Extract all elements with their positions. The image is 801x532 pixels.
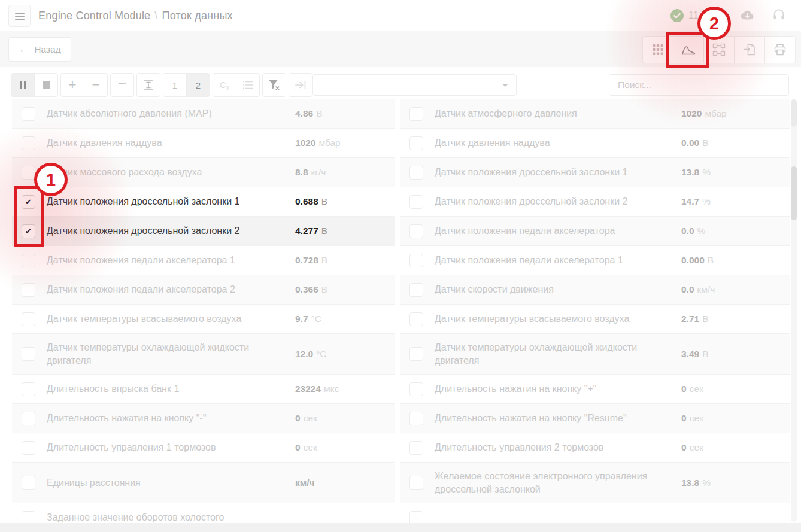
zoom-in-button[interactable]: + xyxy=(60,73,84,97)
menu-button[interactable] xyxy=(8,5,31,27)
cloud-download-icon[interactable] xyxy=(739,8,756,22)
table-row[interactable]: Длительность управления 2 тормозов0сек xyxy=(400,433,790,463)
row-checkbox[interactable] xyxy=(22,283,35,297)
table-row[interactable]: Датчик массового расхода воздуха8.8кг/ч xyxy=(12,158,395,187)
parameter-label: Датчик температуры охлаждающей жидкости … xyxy=(47,341,295,367)
layout-2-button[interactable]: 2 xyxy=(186,73,210,97)
back-button[interactable]: ← Назад xyxy=(8,37,71,62)
parameter-value: 8.8кг/ч xyxy=(295,167,395,178)
frame-select-button[interactable] xyxy=(703,36,735,63)
table-row[interactable]: Датчик положения дроссельной заслонки 11… xyxy=(400,158,790,187)
skip-to-end-icon xyxy=(295,80,307,90)
table-row[interactable]: Датчик скорости движения0.0км/ч xyxy=(400,275,790,305)
row-checkbox[interactable] xyxy=(22,107,35,121)
row-checkbox[interactable] xyxy=(409,412,423,425)
row-checkbox[interactable] xyxy=(409,224,423,238)
row-checkbox[interactable] xyxy=(22,441,35,455)
table-row[interactable]: Заданное значение оборотов холостого xyxy=(12,503,395,523)
table-row[interactable]: Датчик абсолютного давления (MAP)4.86В xyxy=(12,99,395,129)
row-checkbox[interactable] xyxy=(409,107,423,121)
list-button[interactable] xyxy=(236,73,260,97)
chart-view-button[interactable] xyxy=(673,36,704,63)
row-checkbox[interactable] xyxy=(22,254,35,267)
parameter-value: 0.000В xyxy=(681,255,790,266)
search-input[interactable] xyxy=(609,74,789,96)
filter-clear-button[interactable] xyxy=(262,73,286,97)
row-checkbox[interactable] xyxy=(409,195,423,209)
parameter-label: Датчик скорости движения xyxy=(435,283,681,296)
parameter-value: 0сек xyxy=(681,384,790,394)
skip-to-end-button[interactable] xyxy=(289,73,312,97)
zoom-group: + − xyxy=(60,73,108,97)
parameter-label: Датчик положения дроссельной заслонки 2 xyxy=(47,224,295,238)
parameter-group-select[interactable] xyxy=(312,74,517,96)
row-checkbox[interactable] xyxy=(22,136,35,150)
table-row[interactable] xyxy=(400,503,790,523)
vertical-range-button[interactable] xyxy=(136,73,160,97)
list-icon xyxy=(242,80,253,90)
row-checkbox[interactable] xyxy=(22,347,35,361)
row-checkbox[interactable] xyxy=(409,476,423,490)
table-row[interactable]: Длительность нажатия на кнопку "-"0сек xyxy=(12,404,395,433)
scrollbar-thumb[interactable] xyxy=(791,166,797,220)
table-row[interactable]: Датчик температуры всасываемого воздуха2… xyxy=(400,305,790,334)
row-checkbox[interactable] xyxy=(409,136,423,150)
table-row[interactable]: Датчик положения педали акселератора0.0% xyxy=(400,217,790,246)
scrollbar-segment xyxy=(791,99,797,127)
row-checkbox[interactable] xyxy=(22,382,35,396)
layout-1-button[interactable]: 1 xyxy=(163,73,187,97)
clear-selection-button[interactable]: Cx xyxy=(213,73,236,97)
table-row[interactable]: Датчик положения педали акселератора 10.… xyxy=(400,246,790,275)
parameter-value: 4.86В xyxy=(295,108,395,119)
breadcrumb: Engine Control Module \ Поток данных xyxy=(38,0,233,31)
table-row[interactable]: Датчик температуры охлаждающей жидкости … xyxy=(400,334,790,375)
row-checkbox[interactable] xyxy=(409,283,423,297)
table-row[interactable]: Длительность управления 1 тормозов0сек xyxy=(12,433,395,463)
table-row[interactable]: Датчик давления наддува1020мбар xyxy=(12,129,395,158)
table-row[interactable]: Единицы расстояниякм/ч xyxy=(12,463,395,503)
filter-clear-icon xyxy=(268,80,280,91)
table-row[interactable]: ✔Датчик положения дроссельной заслонки 1… xyxy=(12,187,395,217)
zoom-out-button[interactable]: − xyxy=(84,73,108,97)
grid-view-button[interactable] xyxy=(642,36,673,63)
row-checkbox[interactable] xyxy=(409,312,423,326)
parameter-label: Датчик давления наддува xyxy=(435,136,681,150)
parameter-label: Датчик атмосферного давления xyxy=(435,107,681,120)
pause-button[interactable] xyxy=(11,73,35,97)
row-checkbox[interactable]: ✔ xyxy=(22,224,35,238)
row-checkbox[interactable] xyxy=(22,312,35,326)
table-row[interactable]: ✔Датчик положения дроссельной заслонки 2… xyxy=(12,217,395,246)
row-checkbox[interactable] xyxy=(409,254,423,267)
vertical-scrollbar xyxy=(791,99,797,522)
table-row[interactable]: Датчик температуры охлаждающей жидкости … xyxy=(12,334,395,375)
row-checkbox[interactable] xyxy=(22,412,35,425)
row-checkbox[interactable] xyxy=(409,441,423,455)
table-row[interactable]: Датчик положения педали акселератора 20.… xyxy=(12,275,395,305)
headphones-icon[interactable] xyxy=(772,7,786,22)
table-row[interactable]: Длительность нажатия на кнопку "+"0сек xyxy=(400,375,790,404)
parameter-value: 0.00В xyxy=(681,138,790,148)
smooth-button[interactable]: ~ xyxy=(110,73,134,97)
row-checkbox[interactable] xyxy=(22,476,35,490)
table-row[interactable]: Датчик температуры всасываемого воздуха9… xyxy=(12,305,395,334)
parameter-value: 3.49В xyxy=(681,349,790,360)
table-row[interactable]: Длительность впрыска банк 123224мкс xyxy=(12,375,395,404)
row-checkbox[interactable]: ✔ xyxy=(22,195,35,209)
table-row[interactable]: Желаемое состояние электронного управлен… xyxy=(400,463,790,503)
table-row[interactable]: Длительность нажатия на кнопку "Resume"0… xyxy=(400,404,790,433)
row-checkbox[interactable] xyxy=(409,347,423,361)
parameter-label: Длительность управления 2 тормозов xyxy=(435,441,681,454)
row-checkbox[interactable] xyxy=(22,511,35,524)
table-row[interactable]: Датчик давления наддува0.00В xyxy=(400,129,790,158)
table-row[interactable]: Датчик атмосферного давления1020мбар xyxy=(400,99,790,129)
stop-button[interactable] xyxy=(34,73,58,97)
table-row[interactable]: Датчик положения педали акселератора 10.… xyxy=(12,246,395,275)
row-checkbox[interactable] xyxy=(409,511,423,524)
parameter-value: км/ч xyxy=(295,478,395,488)
row-checkbox[interactable] xyxy=(409,382,423,396)
row-checkbox[interactable] xyxy=(22,166,35,180)
export-button[interactable] xyxy=(734,36,765,63)
print-button[interactable] xyxy=(764,36,796,63)
row-checkbox[interactable] xyxy=(409,166,423,180)
table-row[interactable]: Датчик положения дроссельной заслонки 21… xyxy=(400,187,790,217)
